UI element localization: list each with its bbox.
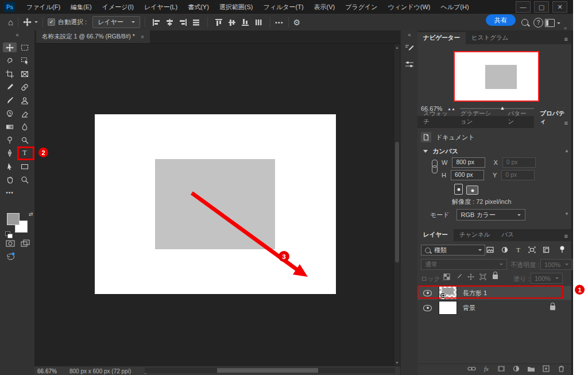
minimize-button[interactable]: — xyxy=(516,1,531,13)
lasso-tool[interactable] xyxy=(3,56,17,65)
adjustment-layer-icon[interactable] xyxy=(512,365,521,373)
object-selection-tool[interactable] xyxy=(18,56,32,65)
align-top-icon[interactable] xyxy=(215,18,223,26)
auto-select-target-dropdown[interactable]: レイヤー xyxy=(92,16,140,28)
scroll-down-icon[interactable]: ▼ xyxy=(394,361,400,365)
menu-select[interactable]: 選択範囲(S) xyxy=(214,0,258,14)
menu-filter[interactable]: フィルター(T) xyxy=(258,0,308,14)
align-right-icon[interactable] xyxy=(179,18,187,26)
navigator-proxy-preview[interactable] xyxy=(454,51,539,102)
collapse-toolbar-icon[interactable]: « xyxy=(0,32,34,38)
menu-window[interactable]: ウィンドウ(W) xyxy=(383,0,436,14)
rotate-view-badge-icon[interactable] xyxy=(6,252,16,262)
share-button[interactable]: 共有 xyxy=(486,16,516,25)
foreground-color-swatch[interactable] xyxy=(7,213,20,225)
vertical-scrollbar[interactable]: ▲ ▼ xyxy=(394,44,400,366)
horizontal-scrollbar[interactable] xyxy=(145,368,395,373)
menu-layer[interactable]: レイヤー(L) xyxy=(139,0,183,14)
history-brush-tool[interactable] xyxy=(3,109,17,118)
align-middle-icon[interactable] xyxy=(228,18,237,26)
filter-image-layers-icon[interactable] xyxy=(485,245,496,255)
y-field[interactable]: 0 px xyxy=(501,170,535,180)
layer-styles-fx-icon[interactable]: fx xyxy=(482,365,491,373)
vertical-scrollbar-thumb[interactable] xyxy=(395,142,399,262)
menu-image[interactable]: イメージ(I) xyxy=(97,0,139,14)
layer-name[interactable]: 背景 xyxy=(463,304,475,312)
x-field[interactable]: 0 px xyxy=(502,157,536,168)
scroll-up-icon[interactable]: ▲ xyxy=(394,45,400,49)
align-center-horizontal-icon[interactable] xyxy=(165,18,174,26)
rectangle-shape[interactable] xyxy=(155,159,275,249)
edit-toolbar-icon[interactable]: ••• xyxy=(3,188,17,198)
new-layer-icon[interactable] xyxy=(541,365,551,373)
panel-menu-icon[interactable]: ≡ xyxy=(564,36,568,42)
quick-mask-icon[interactable] xyxy=(6,239,15,249)
close-button[interactable]: ✕ xyxy=(552,1,567,13)
move-tool[interactable] xyxy=(3,42,17,52)
width-field[interactable]: 800 px xyxy=(452,157,485,168)
lock-position-icon[interactable] xyxy=(467,273,475,280)
expand-panels-icon[interactable]: » xyxy=(564,25,567,31)
panel-scroll-down-icon[interactable]: ▼ xyxy=(564,211,569,217)
layer-thumbnail[interactable] xyxy=(439,301,457,315)
crop-tool[interactable] xyxy=(3,69,17,79)
blur-tool[interactable] xyxy=(18,122,32,132)
home-icon[interactable]: ⌂ xyxy=(8,17,13,27)
align-bottom-icon[interactable] xyxy=(241,18,250,26)
menu-file[interactable]: ファイル(F) xyxy=(21,0,65,14)
canvas-page[interactable] xyxy=(95,114,336,294)
eraser-tool[interactable] xyxy=(18,109,32,118)
filter-shape-layers-icon[interactable] xyxy=(527,245,537,255)
lock-all-icon[interactable] xyxy=(491,273,499,280)
mode-dropdown[interactable]: RGB カラー xyxy=(457,209,525,221)
menu-help[interactable]: ヘルプ(H) xyxy=(436,0,474,14)
tab-gradients[interactable]: グラデーション xyxy=(455,108,502,128)
document-tab[interactable]: 名称未設定 1 @ 66.7% (RGB/8#) * × xyxy=(36,30,150,43)
tab-histogram[interactable]: ヒストグラム xyxy=(466,32,514,44)
menu-type[interactable]: 書式(Y) xyxy=(183,0,214,14)
filter-adjustment-layers-icon[interactable] xyxy=(499,245,510,255)
smudge-tool[interactable] xyxy=(18,135,32,145)
filter-toggle-pin-icon[interactable] xyxy=(556,245,567,255)
add-mask-icon[interactable] xyxy=(497,365,506,373)
clone-stamp-tool[interactable] xyxy=(18,95,32,105)
layer-row-background[interactable]: 背景 xyxy=(417,301,571,315)
layer-visibility-eye-icon[interactable] xyxy=(423,305,432,311)
tab-patterns[interactable]: パターン xyxy=(502,108,534,128)
align-left-icon[interactable] xyxy=(152,18,161,26)
lock-pixels-icon[interactable] xyxy=(455,273,463,280)
gradient-tool[interactable] xyxy=(3,122,17,132)
help-icon[interactable]: ? xyxy=(533,18,543,28)
status-zoom-level[interactable]: 66.67% xyxy=(37,368,57,374)
auto-select-checkbox[interactable]: ✓ xyxy=(48,18,55,26)
portrait-orientation-icon[interactable] xyxy=(454,184,463,195)
rectangle-tool[interactable] xyxy=(18,161,32,171)
swap-colors-icon[interactable]: ⇄ xyxy=(29,211,33,217)
landscape-orientation-icon[interactable] xyxy=(466,185,478,195)
canvas-section-header[interactable]: カンバス xyxy=(423,147,458,156)
menu-plugins[interactable]: プラグイン xyxy=(340,0,382,14)
tab-paths[interactable]: パス xyxy=(496,229,520,241)
default-colors-icon[interactable] xyxy=(5,231,12,238)
distribute-horizontal-icon[interactable] xyxy=(192,18,200,26)
new-group-folder-icon[interactable] xyxy=(527,365,536,373)
menu-view[interactable]: 表示(V) xyxy=(309,0,341,14)
horizontal-scrollbar-thumb[interactable] xyxy=(217,368,318,373)
eyedropper-tool[interactable] xyxy=(3,82,17,92)
tab-swatches[interactable]: スウォッチ xyxy=(417,108,455,128)
menu-edit[interactable]: 編集(E) xyxy=(65,0,97,14)
pen-tool[interactable] xyxy=(3,148,17,158)
more-options-icon[interactable]: ••• xyxy=(275,19,284,26)
tab-navigator[interactable]: ナビゲーター xyxy=(417,32,466,44)
panel-menu-icon[interactable]: ≡ xyxy=(564,233,568,239)
fill-field[interactable]: 100% xyxy=(531,273,563,284)
dodge-tool[interactable] xyxy=(3,135,17,145)
lock-transparency-icon[interactable] xyxy=(443,273,451,280)
hand-tool[interactable] xyxy=(3,175,17,184)
panel-scroll-up-icon[interactable]: ▲ xyxy=(564,148,569,153)
opacity-field[interactable]: 100% xyxy=(540,259,572,270)
properties-sliders-panel-icon[interactable] xyxy=(403,59,416,70)
tab-layers[interactable]: レイヤー xyxy=(417,229,454,241)
frame-tool[interactable] xyxy=(18,69,32,79)
link-dimensions-icon[interactable] xyxy=(431,160,437,177)
